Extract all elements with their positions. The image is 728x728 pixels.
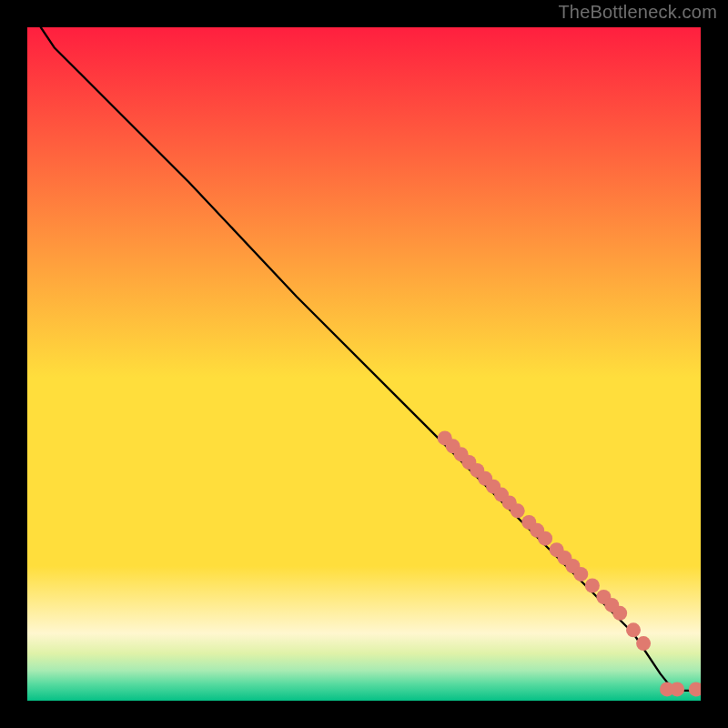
chart-stage: TheBottleneck.com <box>0 0 728 728</box>
data-marker <box>585 579 600 593</box>
plot-area <box>27 27 701 701</box>
data-marker <box>612 606 627 621</box>
data-marker <box>636 636 651 651</box>
data-marker <box>538 531 552 546</box>
data-marker <box>573 567 588 581</box>
data-marker <box>511 503 525 518</box>
watermark-text: TheBottleneck.com <box>558 2 717 23</box>
chart-svg <box>27 27 701 701</box>
data-marker <box>670 682 684 696</box>
data-marker <box>626 622 641 637</box>
